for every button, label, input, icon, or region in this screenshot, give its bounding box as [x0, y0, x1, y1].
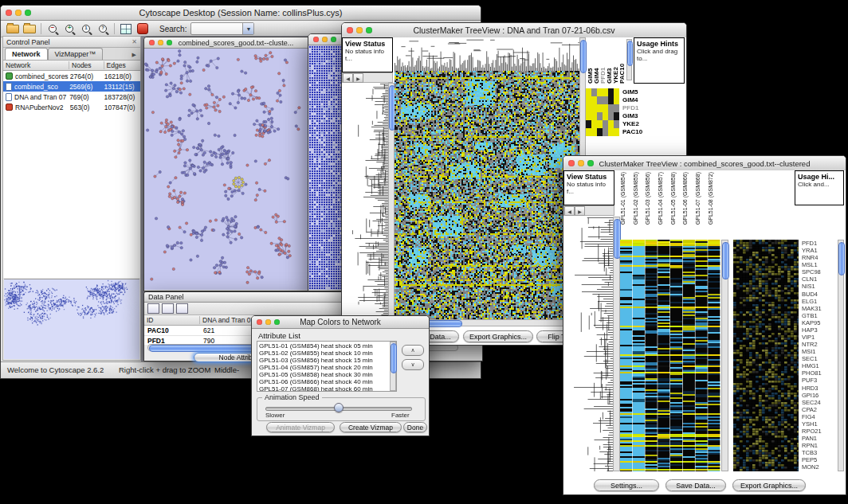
- close-icon[interactable]: [257, 319, 262, 325]
- maximize-icon[interactable]: [274, 319, 280, 325]
- attribute-batch-icon[interactable]: [176, 303, 188, 314]
- speed-slider-thumb[interactable]: [334, 403, 344, 412]
- zoom-in-button[interactable]: +: [61, 22, 77, 36]
- network-list-row[interactable]: RNAPuberNov2 563(0) 107847(0): [3, 102, 140, 112]
- minimize-icon[interactable]: [578, 160, 584, 166]
- zoom-matrix-canvas[interactable]: [733, 240, 799, 471]
- save-data-button[interactable]: Save Data...: [665, 479, 726, 491]
- gene-label[interactable]: GIM3: [622, 112, 642, 120]
- maximize-icon[interactable]: [25, 10, 31, 16]
- tab-vizmapper[interactable]: VizMapper™: [48, 48, 104, 60]
- attribute-list-item[interactable]: GPL51-05 (GSM858) heat shock 30 min: [259, 371, 395, 378]
- col-nodes[interactable]: Nodes: [69, 61, 104, 69]
- close-icon[interactable]: [347, 27, 353, 33]
- gene-label[interactable]: PAC10: [619, 39, 626, 84]
- attribute-list-item[interactable]: GPL51-03 (GSM856) heat shock 15 min: [259, 357, 395, 364]
- scrollbar-thumb[interactable]: [722, 242, 729, 279]
- search-input[interactable]: ▼: [190, 22, 254, 35]
- create-attribute-icon[interactable]: [162, 303, 174, 314]
- chevron-down-icon[interactable]: ▼: [242, 23, 253, 34]
- attribute-list-item[interactable]: GPL51-06 (GSM866) heat shock 40 min: [259, 378, 395, 385]
- heatmap-vscrollbar[interactable]: [721, 240, 728, 471]
- col-network[interactable]: Network: [3, 61, 69, 69]
- maximize-icon[interactable]: [366, 27, 372, 33]
- network-graph-canvas[interactable]: [144, 49, 326, 290]
- scroll-left-icon[interactable]: ◀: [343, 73, 353, 83]
- zoom-actual-button[interactable]: 1: [78, 22, 94, 36]
- treeview1-titlebar[interactable]: ClusterMaker TreeView : DNA and Tran 07-…: [342, 23, 686, 38]
- gene-label[interactable]: YSH1: [802, 420, 837, 428]
- close-icon[interactable]: [6, 10, 12, 16]
- scroll-left-icon[interactable]: ◀: [564, 206, 575, 216]
- gene-label[interactable]: VIP1: [802, 334, 837, 341]
- gene-label[interactable]: PUF3: [802, 377, 837, 384]
- gene-label[interactable]: PAN1: [802, 435, 837, 442]
- gene-label[interactable]: BUD4: [802, 291, 837, 298]
- scroll-right-icon[interactable]: ▶: [575, 206, 585, 216]
- row-dendro-vscrollbar[interactable]: [613, 217, 620, 471]
- col-edges[interactable]: Edges: [104, 61, 140, 69]
- heatmap-canvas[interactable]: [620, 240, 720, 471]
- gene-label[interactable]: PFD1: [802, 240, 837, 247]
- gene-label[interactable]: FIG4: [802, 413, 837, 420]
- main-titlebar[interactable]: Cytoscape Desktop (Session Name: collins…: [1, 6, 481, 21]
- gene-label[interactable]: CPA2: [802, 406, 837, 413]
- create-vizmap-button[interactable]: Create Vizmap: [340, 422, 402, 432]
- tab-overflow-icon[interactable]: ▶: [132, 52, 139, 60]
- scrollbar-thumb[interactable]: [580, 40, 587, 73]
- close-icon[interactable]: [149, 40, 155, 45]
- close-icon[interactable]: [313, 37, 319, 42]
- gene-label[interactable]: MAK31: [802, 305, 837, 312]
- maximize-icon[interactable]: [587, 160, 594, 166]
- maximize-icon[interactable]: [167, 40, 172, 45]
- attribute-list-item[interactable]: GPL51-01 (GSM854) heat shock 05 min: [259, 342, 395, 350]
- minimize-icon[interactable]: [265, 319, 271, 325]
- gene-label[interactable]: RNR4: [802, 254, 837, 261]
- gene-list-vscrollbar[interactable]: [838, 240, 844, 471]
- network-list-row[interactable]: combined_scores 2764(0) 16218(0): [3, 71, 140, 81]
- gene-label[interactable]: GIM5: [622, 88, 642, 96]
- gene-label[interactable]: CLN1: [802, 275, 837, 283]
- row-dendro-vscrollbar[interactable]: [388, 83, 395, 330]
- label-vscrollbar[interactable]: [626, 39, 632, 80]
- array-label[interactable]: GPL51-06 (GSM866): [682, 172, 695, 225]
- attribute-list-item[interactable]: GPL51-07 (GSM868) heat shock 60 min: [259, 385, 395, 392]
- gene-label[interactable]: HMG1: [802, 362, 837, 369]
- settings-button[interactable]: Settings...: [594, 479, 659, 491]
- gene-label[interactable]: ELG1: [802, 298, 837, 305]
- minimize-icon[interactable]: [158, 40, 163, 45]
- zoom-fit-button[interactable]: ?: [95, 22, 111, 36]
- array-label[interactable]: GPL51-08 (GSM872): [708, 172, 720, 225]
- array-label[interactable]: GPL51-01 (GSM854): [620, 172, 633, 225]
- network-view-titlebar[interactable]: combined_scores_good.txt--cluste...: [144, 37, 328, 49]
- gene-label[interactable]: PEP5: [802, 456, 837, 463]
- zoom-out-button[interactable]: −: [45, 22, 61, 36]
- dialog-titlebar[interactable]: Map Colors to Network: [252, 316, 429, 329]
- gene-label[interactable]: MON2: [802, 463, 837, 471]
- maximize-icon[interactable]: [331, 37, 336, 42]
- minimize-icon[interactable]: [322, 37, 328, 42]
- gene-label[interactable]: PHO81: [802, 369, 837, 377]
- minimize-icon[interactable]: [15, 10, 22, 16]
- gene-label[interactable]: NIS1: [802, 283, 837, 290]
- export-graphics-button[interactable]: Export Graphics...: [463, 330, 533, 342]
- attribute-list-item[interactable]: GPL51-04 (GSM857) heat shock 20 min: [259, 364, 395, 371]
- gene-label[interactable]: PFD1: [622, 104, 642, 112]
- col-id[interactable]: ID: [144, 316, 200, 324]
- global-matrix-canvas[interactable]: [586, 88, 619, 136]
- row-dendrogram-canvas[interactable]: [563, 217, 613, 471]
- scrollbar-thumb[interactable]: [838, 242, 845, 275]
- move-up-button[interactable]: ∧: [402, 345, 424, 356]
- tab-network[interactable]: Network: [5, 48, 48, 60]
- gene-label[interactable]: KAP95: [802, 319, 837, 326]
- gene-label[interactable]: SEC1: [802, 355, 837, 362]
- list-vscrollbar[interactable]: [390, 342, 396, 391]
- gene-label[interactable]: HRD3: [802, 385, 837, 392]
- treeview1-hscrollbar[interactable]: ◀ ▶: [342, 72, 393, 83]
- treeview2-titlebar[interactable]: ClusterMaker TreeView : combined_scores_…: [563, 156, 846, 171]
- array-label[interactable]: GPL51-05 (GSM858): [670, 172, 683, 225]
- vizmapper-button[interactable]: [135, 22, 151, 36]
- gene-label[interactable]: SPC98: [802, 268, 837, 275]
- done-button[interactable]: Done: [403, 422, 427, 432]
- scrollbar-thumb[interactable]: [391, 343, 397, 373]
